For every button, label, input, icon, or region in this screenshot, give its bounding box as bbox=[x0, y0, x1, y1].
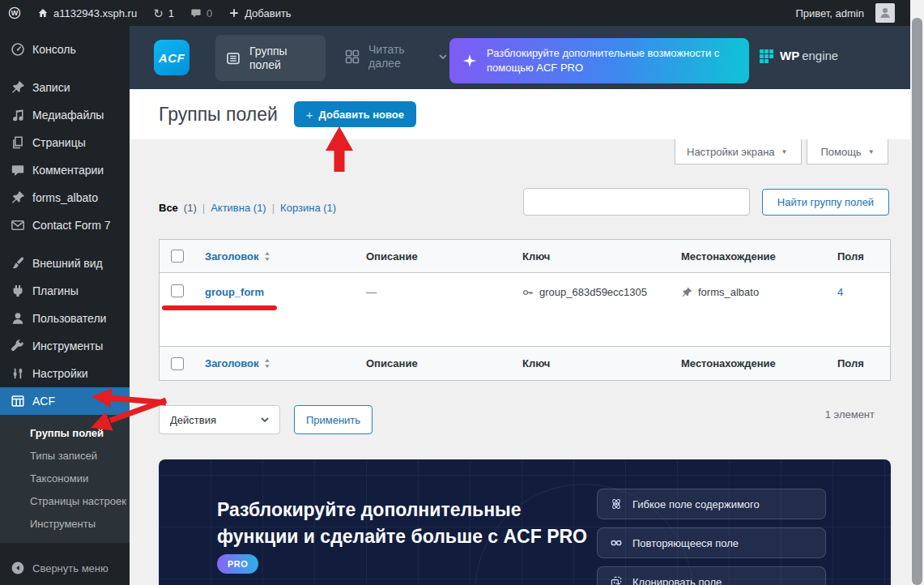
column-title-sort-link[interactable]: Заголовок bbox=[205, 250, 271, 263]
pin-icon bbox=[11, 190, 25, 205]
wordpress-admin-page: a1132943.xsph.ru ↻1 0 Добавить Привет, a… bbox=[0, 0, 924, 585]
wordpress-logo-icon bbox=[8, 6, 21, 19]
caret-down-icon: ▼ bbox=[781, 148, 788, 156]
admin-bar: a1132943.xsph.ru ↻1 0 Добавить Привет, a… bbox=[0, 0, 924, 26]
sidebar-label: Contact Form 7 bbox=[32, 219, 110, 232]
plus-icon bbox=[228, 7, 240, 19]
read-more-menu[interactable]: Читать далее bbox=[344, 43, 449, 70]
apply-button[interactable]: Применить bbox=[294, 405, 373, 434]
sidebar-item-media[interactable]: Медиафайлы bbox=[0, 101, 130, 129]
new-content-menu[interactable]: Добавить bbox=[220, 0, 299, 26]
sidebar-item-plugins[interactable]: Плагины bbox=[0, 277, 130, 305]
home-icon bbox=[37, 7, 49, 19]
clone-icon bbox=[610, 575, 623, 585]
scrollbar-thumb[interactable] bbox=[912, 18, 922, 585]
sidebar-item-posts[interactable]: Записи bbox=[0, 74, 130, 101]
tab-label: Группы полей bbox=[249, 45, 316, 72]
account-menu[interactable]: Привет, admin bbox=[787, 0, 903, 26]
sidebar-label: Плагины bbox=[32, 284, 79, 297]
row-description: — bbox=[356, 273, 513, 298]
filter-all-link[interactable]: Все bbox=[159, 202, 178, 214]
sidebar-item-tools[interactable]: Инструменты bbox=[0, 332, 130, 360]
acf-logo[interactable]: ACF bbox=[154, 40, 189, 75]
bulk-actions-value: Действия bbox=[170, 414, 216, 426]
wordpress-logo-menu[interactable] bbox=[0, 0, 29, 26]
feature-flexible-content[interactable]: Гибкое поле содержимого bbox=[597, 489, 826, 519]
sidebar-label: Комментарии bbox=[32, 164, 104, 177]
updates-link[interactable]: ↻1 bbox=[145, 0, 182, 26]
help-tab[interactable]: Помощь▼ bbox=[807, 139, 888, 164]
items-count: 1 элемент bbox=[825, 408, 875, 421]
sidebar-subitem-post-types[interactable]: Типы записей bbox=[0, 444, 130, 467]
plus-icon: + bbox=[306, 108, 313, 122]
fields-count-link[interactable]: 4 bbox=[837, 286, 843, 298]
sidebar-item-acf[interactable]: ACF bbox=[0, 387, 130, 415]
site-link[interactable]: a1132943.xsph.ru bbox=[29, 0, 145, 26]
comments-link[interactable]: 0 bbox=[182, 0, 220, 26]
bulk-actions-select[interactable]: Действия bbox=[159, 405, 280, 434]
updates-count: 1 bbox=[168, 7, 174, 19]
select-all-checkbox[interactable] bbox=[171, 357, 184, 370]
sidebar-item-comments[interactable]: Комментарии bbox=[0, 156, 130, 184]
sidebar-label: ACF bbox=[32, 395, 55, 408]
sidebar-label: Страницы bbox=[32, 136, 86, 149]
screen-options-tab[interactable]: Настройки экрана▼ bbox=[675, 139, 802, 164]
sidebar-label: Пользователи bbox=[32, 312, 106, 325]
feature-repeater[interactable]: Повторяющееся поле bbox=[597, 527, 826, 558]
table-row: group_form — group_683d59ecc1305 forms_a… bbox=[160, 273, 890, 346]
sidebar-item-appearance[interactable]: Внешний вид bbox=[0, 250, 130, 277]
sidebar-item-users[interactable]: Пользователи bbox=[0, 305, 130, 332]
column-location: Местонахождение bbox=[671, 357, 828, 369]
feature-clone[interactable]: Клонировать поле bbox=[597, 566, 826, 585]
field-group-title-link[interactable]: group_form bbox=[205, 286, 264, 298]
column-title-sort-link[interactable]: Заголовок bbox=[205, 357, 271, 369]
sidebar-item-forms-albato[interactable]: forms_albato bbox=[0, 184, 130, 211]
comment-icon bbox=[190, 7, 202, 19]
search-button[interactable]: Найти группу полей bbox=[762, 189, 889, 216]
brush-icon bbox=[11, 256, 25, 271]
list-icon bbox=[225, 50, 241, 66]
sidebar-subitem-taxonomies[interactable]: Таксономии bbox=[0, 467, 130, 489]
column-key: Ключ bbox=[513, 250, 671, 263]
page-header: Группы полей +Добавить новое bbox=[130, 89, 924, 139]
sidebar-label: Инструменты bbox=[32, 339, 103, 352]
update-icon: ↻ bbox=[153, 7, 164, 19]
sidebar-label: forms_albato bbox=[32, 191, 98, 204]
sidebar-item-settings[interactable]: Настройки bbox=[0, 360, 130, 387]
row-key: group_683d59ecc1305 bbox=[513, 273, 671, 298]
sidebar-label: Консоль bbox=[32, 43, 76, 56]
sidebar-subitem-field-groups[interactable]: Группы полей bbox=[0, 421, 130, 444]
sidebar-item-dashboard[interactable]: Консоль bbox=[0, 36, 130, 63]
filter-trash-link[interactable]: Корзина (1) bbox=[280, 202, 336, 214]
sidebar-item-pages[interactable]: Страницы bbox=[0, 129, 130, 156]
row-checkbox[interactable] bbox=[171, 284, 184, 297]
select-all-checkbox[interactable] bbox=[171, 250, 184, 263]
flexible-content-icon bbox=[610, 497, 623, 510]
page-title: Группы полей bbox=[159, 104, 278, 126]
tab-field-groups[interactable]: Группы полей bbox=[215, 35, 326, 81]
promo-text: Разблокируйте дополнительные возможности… bbox=[487, 46, 736, 75]
wp-engine-logo[interactable]: WPengine bbox=[760, 49, 838, 63]
search-input[interactable] bbox=[523, 188, 750, 216]
banner-heading: Разблокируйте дополнительныефункции и сд… bbox=[217, 497, 587, 550]
sort-icon bbox=[263, 251, 271, 262]
sidebar-subitem-options-pages[interactable]: Страницы настроек bbox=[0, 489, 130, 512]
acf-table-icon bbox=[11, 394, 25, 408]
dashboard-icon bbox=[11, 42, 25, 57]
greeting-text: Привет, admin bbox=[795, 7, 864, 19]
filter-separator: | bbox=[272, 202, 275, 214]
add-new-button[interactable]: +Добавить новое bbox=[294, 101, 416, 127]
status-filters: Все (1) | Активна (1) | Корзина (1) bbox=[159, 202, 336, 214]
acf-pro-promo-banner[interactable]: Разблокируйте дополнительные возможности… bbox=[449, 38, 749, 83]
sidebar-subitem-tools[interactable]: Инструменты bbox=[0, 512, 130, 535]
sidebar-item-contact-form-7[interactable]: Contact Form 7 bbox=[0, 211, 130, 239]
comment-icon bbox=[11, 163, 25, 177]
column-key: Ключ bbox=[513, 357, 671, 369]
content-area: Настройки экрана▼ Помощь▼ Все (1) | Акти… bbox=[130, 139, 924, 585]
filter-active-link[interactable]: Активна (1) bbox=[211, 202, 266, 214]
sidebar-collapse-menu[interactable]: Свернуть меню bbox=[0, 554, 130, 582]
read-more-label: Читать далее bbox=[368, 43, 415, 70]
banner-feature-list: Гибкое поле содержимого Повторяющееся по… bbox=[597, 489, 826, 585]
user-icon bbox=[11, 311, 25, 326]
pin-icon bbox=[681, 287, 692, 298]
